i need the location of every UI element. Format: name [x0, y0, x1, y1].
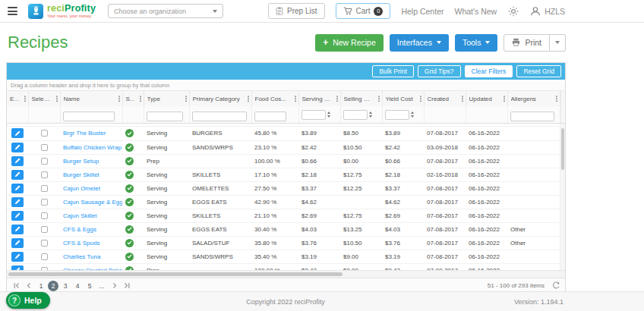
prev-page-button[interactable] — [24, 281, 34, 291]
last-page-button[interactable] — [121, 281, 131, 291]
page-button-5[interactable]: 5 — [84, 281, 95, 291]
column-menu-icon[interactable] — [294, 94, 297, 103]
help-button[interactable]: ? Help — [6, 292, 50, 309]
column-menu-icon[interactable] — [139, 94, 142, 103]
new-recipe-button[interactable]: + New Recipe — [315, 34, 384, 52]
column-menu-icon[interactable] — [377, 94, 380, 103]
edit-recipe-button[interactable] — [11, 211, 24, 221]
recipe-name-link[interactable]: Cajun Skillet — [63, 212, 96, 219]
column-header-yield-cost[interactable]: Yield Cost — [382, 91, 424, 106]
filter-input-name[interactable] — [63, 112, 115, 121]
column-menu-icon[interactable] — [555, 94, 558, 103]
row-checkbox[interactable] — [41, 171, 48, 178]
vertical-scrollbar-thumb[interactable] — [561, 128, 564, 170]
edit-recipe-button[interactable] — [11, 252, 24, 262]
filter-input-yield-cost[interactable] — [385, 110, 409, 120]
column-header-selling-pr[interactable]: Selling Pr... — [340, 91, 382, 106]
bulk-print-button[interactable]: Bulk Print — [372, 65, 413, 77]
page-button-3[interactable]: 3 — [60, 281, 71, 291]
row-checkbox[interactable] — [41, 144, 48, 151]
print-dropdown-button[interactable] — [550, 34, 566, 52]
filter-input-allergens[interactable] — [510, 112, 554, 121]
row-checkbox[interactable] — [41, 185, 48, 192]
interfaces-button[interactable]: Interfaces — [390, 34, 449, 52]
recipe-name-link[interactable]: Buffalo Chicken Wrap — [63, 144, 122, 151]
column-header-primary-category[interactable]: Primary Category — [189, 91, 251, 106]
filter-input-food-cos[interactable] — [254, 112, 286, 121]
recipe-name-link[interactable]: Burger Skillet — [63, 171, 99, 178]
column-menu-icon[interactable] — [503, 94, 506, 103]
logo[interactable]: reciProfity Your menu, your money — [28, 4, 96, 19]
spinner-arrows-icon[interactable] — [411, 112, 414, 118]
prep-list-button[interactable]: Prep List — [268, 3, 324, 19]
edit-recipe-button[interactable] — [11, 238, 24, 248]
filter-input-primary-category[interactable] — [192, 112, 247, 121]
help-center-link[interactable]: Help Center — [401, 7, 444, 16]
recipe-name-link[interactable]: Cajun Omelet — [63, 185, 100, 192]
recipe-name-link[interactable]: Burger Setup — [63, 158, 99, 165]
column-menu-icon[interactable] — [185, 94, 188, 103]
row-checkbox[interactable] — [41, 240, 48, 247]
column-menu-icon[interactable] — [118, 94, 121, 103]
column-header-updated[interactable]: Updated — [466, 91, 507, 106]
column-menu-icon[interactable] — [419, 94, 422, 103]
spinner-arrows-icon[interactable] — [327, 112, 330, 118]
next-page-button[interactable] — [109, 281, 119, 291]
refresh-icon[interactable] — [552, 281, 560, 290]
row-checkbox[interactable] — [41, 130, 48, 137]
tools-button[interactable]: Tools — [455, 34, 498, 52]
horizontal-scrollbar[interactable] — [7, 270, 565, 278]
column-header-created[interactable]: Created — [424, 91, 466, 106]
column-header-allergens[interactable]: Allergens — [507, 91, 560, 106]
row-checkbox[interactable] — [41, 158, 48, 165]
row-checkbox[interactable] — [41, 253, 48, 260]
page-button-1[interactable]: 1 — [36, 281, 46, 291]
recipe-name-link[interactable]: CFS & Spuds — [63, 240, 99, 247]
edit-recipe-button[interactable] — [11, 143, 24, 152]
edit-recipe-button[interactable] — [11, 225, 24, 234]
row-checkbox[interactable] — [41, 199, 48, 206]
filter-input-type[interactable] — [147, 112, 183, 121]
column-header-type[interactable]: Type — [144, 91, 189, 106]
whats-new-link[interactable]: What's New — [454, 7, 497, 16]
column-menu-icon[interactable] — [461, 94, 464, 103]
column-menu-icon[interactable] — [247, 94, 250, 103]
clear-filters-button[interactable]: Clear Filters — [465, 65, 513, 77]
settings-gear-icon[interactable] — [507, 5, 519, 17]
row-checkbox[interactable] — [41, 212, 48, 219]
hamburger-menu-icon[interactable] — [8, 5, 17, 17]
edit-recipe-button[interactable] — [11, 170, 24, 180]
recipe-name-link[interactable]: CFS & Eggs — [63, 226, 96, 233]
spinner-arrows-icon[interactable] — [369, 112, 372, 118]
grid-tips-button[interactable]: Grid Tips? — [418, 65, 461, 77]
edit-recipe-button[interactable] — [11, 128, 24, 138]
column-header-status[interactable]: Status — [122, 91, 144, 106]
column-header-edit[interactable]: Edit — [7, 91, 28, 106]
column-header-food-cos[interactable]: Food Cos... — [251, 91, 298, 106]
filter-input-serving-c[interactable] — [301, 110, 326, 120]
recipe-name-link[interactable]: Cajun Sausage & Eggs — [63, 199, 122, 206]
page-button-2[interactable]: 2 — [48, 281, 58, 291]
column-header-serving-c[interactable]: Serving C... — [298, 91, 340, 106]
row-checkbox[interactable] — [41, 226, 48, 233]
first-page-button[interactable] — [11, 281, 22, 291]
page-button-4[interactable]: 4 — [72, 281, 83, 291]
filter-input-selling-pr[interactable] — [343, 110, 368, 120]
edit-recipe-button[interactable] — [11, 156, 24, 166]
cart-button[interactable]: Cart 0 — [336, 3, 391, 19]
more-pages-button[interactable]: ... — [96, 281, 107, 291]
organization-select[interactable]: Choose an organization — [108, 4, 223, 18]
edit-recipe-button[interactable] — [11, 197, 24, 207]
column-header-name[interactable]: Name — [60, 91, 122, 106]
user-menu[interactable]: HZLS — [530, 6, 565, 17]
column-menu-icon[interactable] — [24, 94, 27, 103]
edit-recipe-button[interactable] — [11, 184, 24, 193]
print-button[interactable]: Print — [504, 34, 550, 52]
column-menu-icon[interactable] — [55, 94, 58, 103]
vertical-scrollbar[interactable] — [560, 124, 565, 270]
recipe-name-link[interactable]: Charlies Tuna — [63, 253, 100, 260]
column-header-select-a[interactable]: Select A... — [28, 91, 60, 106]
horizontal-scrollbar-thumb[interactable] — [8, 272, 343, 276]
column-menu-icon[interactable] — [336, 94, 339, 103]
reset-grid-button[interactable]: Reset Grid — [516, 65, 561, 77]
